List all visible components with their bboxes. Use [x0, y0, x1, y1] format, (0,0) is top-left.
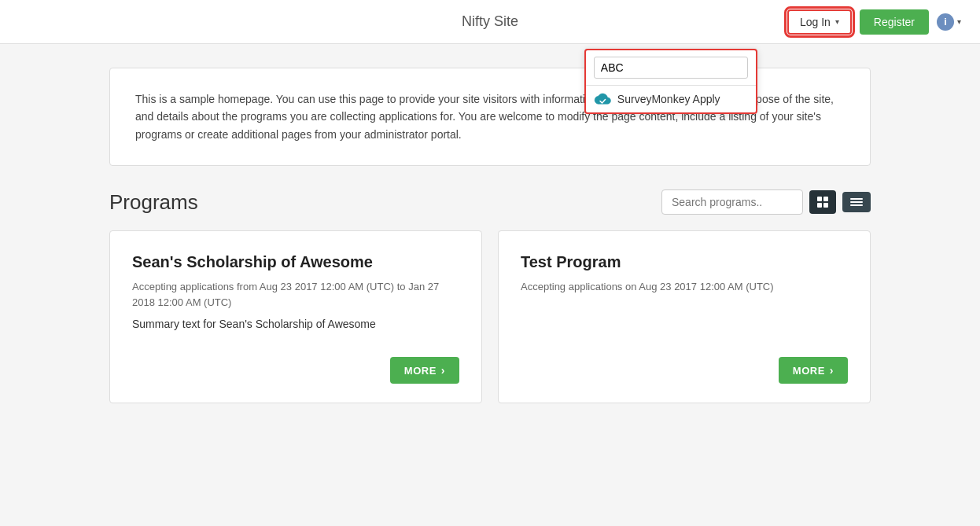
header-right: Log In ▾ SurveyMonkey Apply Reg: [647, 9, 961, 35]
program-name: Sean's Scholarship of Awesome: [132, 253, 459, 271]
programs-grid: Sean's Scholarship of Awesome Accepting …: [109, 230, 871, 403]
more-button[interactable]: MORE ›: [779, 357, 848, 384]
login-container: Log In ▾ SurveyMonkey Apply: [787, 9, 852, 35]
login-button[interactable]: Log In ▾: [787, 9, 852, 35]
arrow-icon: ›: [830, 364, 834, 377]
chevron-icon: ▾: [957, 17, 961, 26]
program-card: Test Program Accepting applications on A…: [498, 230, 871, 403]
header-center: Nifty Site: [333, 13, 647, 30]
register-label: Register: [874, 16, 915, 28]
info-button[interactable]: i ▾: [937, 13, 961, 31]
program-dates: Accepting applications from Aug 23 2017 …: [132, 279, 459, 310]
login-label: Log In: [800, 16, 831, 28]
arrow-icon: ›: [441, 364, 445, 377]
more-label: MORE: [793, 365, 825, 377]
register-button[interactable]: Register: [860, 9, 929, 35]
grid-icon: [817, 197, 828, 208]
program-dates: Accepting applications on Aug 23 2017 12…: [521, 279, 848, 295]
surveymonkey-apply-label: SurveyMonkey Apply: [617, 93, 720, 105]
site-title: Nifty Site: [462, 13, 518, 29]
org-search-input[interactable]: [594, 57, 748, 79]
chevron-down-icon: ▾: [835, 17, 839, 26]
list-view-button[interactable]: [842, 192, 871, 212]
program-name: Test Program: [521, 253, 848, 271]
main-content: This is a sample homepage. You can use t…: [97, 68, 883, 403]
cloud-icon: [594, 92, 611, 106]
dropdown-input-row: [586, 50, 756, 86]
search-input[interactable]: [661, 189, 803, 215]
info-icon: i: [937, 13, 954, 31]
header: Nifty Site Log In ▾ SurveyMonkey: [0, 0, 980, 44]
program-card: Sean's Scholarship of Awesome Accepting …: [109, 230, 482, 403]
programs-title: Programs: [109, 190, 198, 215]
more-button[interactable]: MORE ›: [390, 357, 459, 384]
more-label: MORE: [404, 365, 437, 377]
programs-header: Programs: [109, 189, 871, 215]
surveymonkey-apply-item[interactable]: SurveyMonkey Apply: [586, 86, 756, 112]
program-summary: Summary text for Sean's Scholarship of A…: [132, 318, 459, 330]
programs-controls: [661, 189, 871, 215]
list-icon: [850, 198, 863, 206]
grid-view-button[interactable]: [809, 190, 836, 214]
login-dropdown: SurveyMonkey Apply: [584, 49, 757, 114]
